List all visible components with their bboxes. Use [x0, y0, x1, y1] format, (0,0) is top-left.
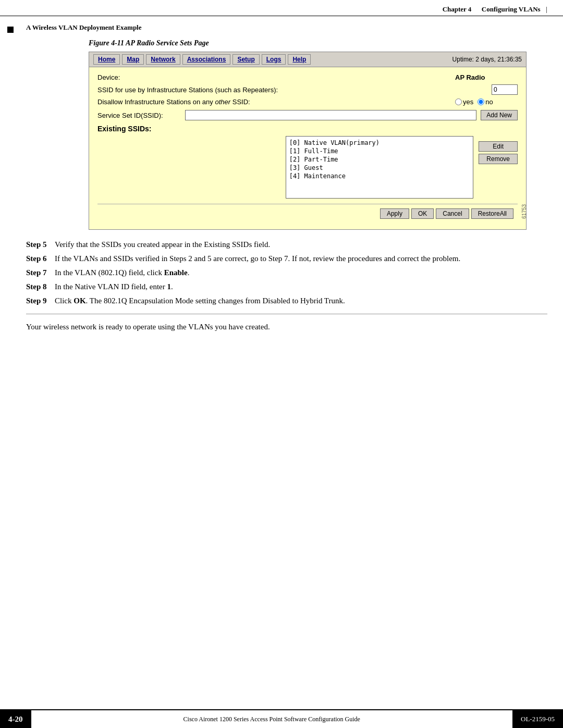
- service-set-input[interactable]: [185, 110, 476, 120]
- disallow-label: Disallow Infrastructure Stations on any …: [97, 98, 250, 106]
- step-5-row: Step 5 Verify that the SSIDs you created…: [26, 240, 547, 249]
- ap-content: Device: AP Radio SSID for use by Infrast…: [89, 67, 526, 229]
- device-value: AP Radio: [455, 73, 518, 81]
- ssid-item-0[interactable]: [0] Native VLAN(primary): [288, 139, 471, 147]
- nav-logs[interactable]: Logs: [262, 54, 286, 65]
- page-header: Chapter 4 Configuring VLANs |: [0, 0, 563, 16]
- ssid-infra-label: SSID for use by Infrastructure Stations …: [97, 86, 278, 94]
- disallow-yes-radio[interactable]: [455, 98, 462, 105]
- disallow-no-label: no: [478, 98, 493, 106]
- step-8-row: Step 8 In the Native VLAN ID field, ente…: [26, 282, 547, 291]
- disallow-radio-group: yes no: [455, 98, 518, 106]
- footer-right-text: OL-2159-05: [512, 710, 563, 728]
- disallow-yes-label: yes: [455, 98, 473, 106]
- nav-help[interactable]: Help: [288, 54, 311, 65]
- step-6-label: Step 6: [26, 254, 55, 263]
- nav-setup[interactable]: Setup: [232, 54, 259, 65]
- section-divider: [26, 314, 547, 314]
- page-watermark: 61753: [521, 204, 527, 219]
- ok-button[interactable]: OK: [411, 208, 434, 219]
- service-set-row: Service Set ID(SSID): Add New: [97, 110, 518, 120]
- nav-associations[interactable]: Associations: [182, 54, 231, 65]
- step-5-label: Step 5: [26, 240, 55, 249]
- summary-text: Your wireless network is ready to operat…: [26, 323, 547, 331]
- steps-section: Step 5 Verify that the SSIDs you created…: [26, 240, 547, 305]
- ssid-item-1[interactable]: [1] Full-Time: [288, 147, 471, 155]
- remove-button[interactable]: Remove: [479, 154, 518, 164]
- page-body: A Wireless VLAN Deployment Example Figur…: [0, 16, 563, 342]
- step-8-label: Step 8: [26, 282, 55, 291]
- edit-button[interactable]: Edit: [479, 141, 518, 152]
- step-7-label: Step 7: [26, 268, 55, 277]
- restore-all-button[interactable]: RestoreAll: [471, 208, 513, 219]
- device-label: Device:: [97, 73, 120, 81]
- action-bar: Apply OK Cancel RestoreAll 61753: [97, 204, 518, 223]
- step-9-text: Click OK. The 802.1Q Encapsulation Mode …: [55, 297, 547, 305]
- step-5-text: Verify that the SSIDs you created appear…: [55, 240, 547, 249]
- footer-center-text: Cisco Aironet 1200 Series Access Point S…: [31, 715, 513, 723]
- add-new-button[interactable]: Add New: [481, 110, 518, 120]
- chapter-info: Chapter 4 Configuring VLANs |: [443, 5, 547, 14]
- disallow-row: Disallow Infrastructure Stations on any …: [97, 98, 518, 106]
- disallow-no-radio[interactable]: [478, 98, 484, 105]
- ssid-listbox[interactable]: [0] Native VLAN(primary) [1] Full-Time […: [286, 136, 474, 199]
- page-footer: 4-20 Cisco Aironet 1200 Series Access Po…: [0, 709, 563, 728]
- uptime-display: Uptime: 2 days, 21:36:35: [452, 56, 522, 63]
- step-6-row: Step 6 If the VLANs and SSIDs verified i…: [26, 254, 547, 263]
- ap-radio-page: Home Map Network Associations Setup Logs…: [89, 52, 527, 230]
- ssid-item-3[interactable]: [3] Guest: [288, 164, 471, 172]
- ssid-infra-input[interactable]: [492, 84, 518, 95]
- existing-ssids-heading: Existing SSIDs:: [97, 125, 518, 133]
- section-label: A Wireless VLAN Deployment Example: [26, 23, 547, 32]
- nav-bar: Home Map Network Associations Setup Logs…: [89, 52, 526, 67]
- step-9-row: Step 9 Click OK. The 802.1Q Encapsulatio…: [26, 297, 547, 305]
- step-6-text: If the VLANs and SSIDs verified in Steps…: [55, 254, 547, 263]
- figure-label: Figure 4-11 AP Radio Service Sets Page: [89, 39, 547, 47]
- main-content: A Wireless VLAN Deployment Example Figur…: [21, 16, 563, 342]
- step-9-label: Step 9: [26, 297, 55, 305]
- ssid-item-2[interactable]: [2] Part-Time: [288, 155, 471, 164]
- nav-home[interactable]: Home: [93, 54, 120, 65]
- left-sidebar: [0, 16, 21, 342]
- ssid-item-4[interactable]: [4] Maintenance: [288, 172, 471, 180]
- footer-page-number: 4-20: [0, 710, 31, 728]
- ssid-action-buttons: Edit Remove: [479, 136, 518, 199]
- step-7-text: In the VLAN (802.1Q) field, click Enable…: [55, 268, 547, 277]
- chapter-title: Configuring VLANs: [482, 5, 541, 13]
- section-marker: [7, 27, 14, 33]
- step-8-text: In the Native VLAN ID field, enter 1.: [55, 282, 547, 291]
- chapter-number: Chapter 4: [443, 5, 472, 13]
- service-set-label: Service Set ID(SSID):: [97, 112, 181, 119]
- ssid-infra-row: SSID for use by Infrastructure Stations …: [97, 84, 518, 95]
- step-7-row: Step 7 In the VLAN (802.1Q) field, click…: [26, 268, 547, 277]
- apply-button[interactable]: Apply: [380, 208, 409, 219]
- ssid-list-area: [0] Native VLAN(primary) [1] Full-Time […: [97, 136, 518, 199]
- cancel-button[interactable]: Cancel: [436, 208, 469, 219]
- nav-map[interactable]: Map: [122, 54, 144, 65]
- nav-network[interactable]: Network: [146, 54, 180, 65]
- device-row: Device: AP Radio: [97, 73, 518, 81]
